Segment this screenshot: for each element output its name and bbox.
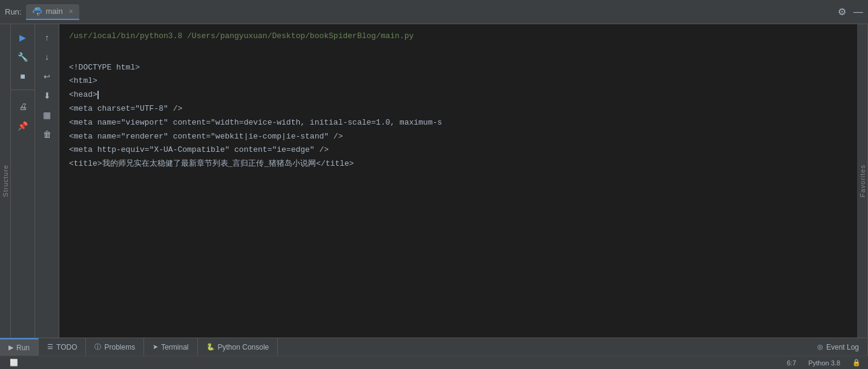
python-version: Python 3.8 <box>808 359 840 367</box>
tab-problems[interactable]: ⓘ Problems <box>86 338 144 356</box>
terminal-tab-label: Terminal <box>161 343 188 351</box>
settings-icon[interactable]: ⚙ <box>838 6 846 18</box>
tab-todo[interactable]: ☰ TODO <box>39 338 86 356</box>
bottom-bar: ▶ Run ☰ TODO ⓘ Problems ➤ Terminal 🐍 Pyt… <box>0 338 868 356</box>
tab-event-log[interactable]: ◎ Event Log <box>809 338 868 356</box>
print-button[interactable]: 🖨 <box>15 98 31 115</box>
layout-button[interactable]: ▦ <box>39 106 56 123</box>
tab-python-console[interactable]: 🐍 Python Console <box>198 338 278 356</box>
console-line-5: <meta name="viewport" content="width=dev… <box>69 117 847 129</box>
svg-point-0 <box>36 8 37 10</box>
path-line: /usr/local/bin/python3.8 /Users/pangyuxu… <box>69 30 847 43</box>
secondary-toolbar: ↑ ↓ ↩ ⬇ ▦ 🗑 <box>35 24 59 338</box>
cursor-position: 6:7 <box>787 359 796 367</box>
event-log-tab-label: Event Log <box>826 343 859 351</box>
run-tab-icon: ▶ <box>8 344 13 351</box>
structure-panel-label[interactable]: Structure <box>0 24 11 338</box>
todo-tab-icon: ☰ <box>47 343 53 351</box>
scroll-up-button[interactable]: ↑ <box>39 29 56 46</box>
console-line-7: <meta http-equiv="X-UA-Compatible" conte… <box>69 144 847 157</box>
tab-title: main <box>45 7 62 16</box>
console-line-3: <head> <box>69 89 847 102</box>
tab-run[interactable]: ▶ Run <box>0 338 39 356</box>
python-icon <box>32 7 42 16</box>
tab-terminal[interactable]: ➤ Terminal <box>144 338 197 356</box>
bottom-tabs: ▶ Run ☰ TODO ⓘ Problems ➤ Terminal 🐍 Pyt… <box>0 338 868 356</box>
console-output[interactable]: /usr/local/bin/python3.8 /Users/pangyuxu… <box>59 24 857 338</box>
console-line-6: <meta name="renderer" content="webkit|ie… <box>69 131 847 143</box>
scroll-down-button[interactable]: ↓ <box>39 48 56 65</box>
wrap-button[interactable]: ↩ <box>39 68 56 85</box>
run-controls-sidebar: ▶ 🔧 ■ 🖨 📌 <box>11 24 35 338</box>
run-tab-label: Run <box>16 344 30 352</box>
tab-bar-actions: ⚙ — <box>838 6 863 18</box>
todo-tab-label: TODO <box>56 343 77 351</box>
console-line-8: <title>我的师兄实在太稳健了最新章节列表_言归正传_猪猪岛小说网</tit… <box>69 158 847 171</box>
event-log-tab-icon: ◎ <box>817 343 823 351</box>
python-console-tab-icon: 🐍 <box>206 343 215 351</box>
console-line-1: <!DOCTYPE html> <box>69 62 847 74</box>
trash-button[interactable]: 🗑 <box>39 126 56 143</box>
problems-tab-icon: ⓘ <box>94 342 101 351</box>
main-tab[interactable]: main × <box>26 4 79 20</box>
pin-button[interactable]: 📌 <box>15 117 31 134</box>
console-line-4: <meta charset="UTF-8" /> <box>69 103 847 116</box>
run-label: Run: <box>5 7 21 16</box>
settings-button[interactable]: 🔧 <box>15 48 31 65</box>
stop-button[interactable]: ■ <box>15 68 31 85</box>
tab-bar: Run: main × ⚙ — <box>0 0 868 24</box>
run-button[interactable]: ▶ <box>15 29 31 46</box>
console-line-0 <box>69 48 847 60</box>
main-area: Structure ▶ 🔧 ■ 🖨 📌 ↑ ↓ ↩ ⬇ ▦ 🗑 /usr/loc… <box>0 24 868 338</box>
tab-close-button[interactable]: × <box>69 7 73 16</box>
console-line-2: <html> <box>69 75 847 88</box>
problems-tab-label: Problems <box>104 343 135 351</box>
status-bar: ⬜ 6:7 Python 3.8 🔒 <box>0 356 868 369</box>
terminal-tab-icon: ➤ <box>153 343 158 351</box>
connection-icon: 🔒 <box>852 359 861 367</box>
minimize-icon[interactable]: — <box>853 7 863 18</box>
python-console-tab-label: Python Console <box>218 343 269 351</box>
favorites-panel-label[interactable]: Favorites <box>857 24 868 338</box>
sort-button[interactable]: ⬇ <box>39 87 56 104</box>
expand-icon[interactable]: ⬜ <box>10 359 18 367</box>
